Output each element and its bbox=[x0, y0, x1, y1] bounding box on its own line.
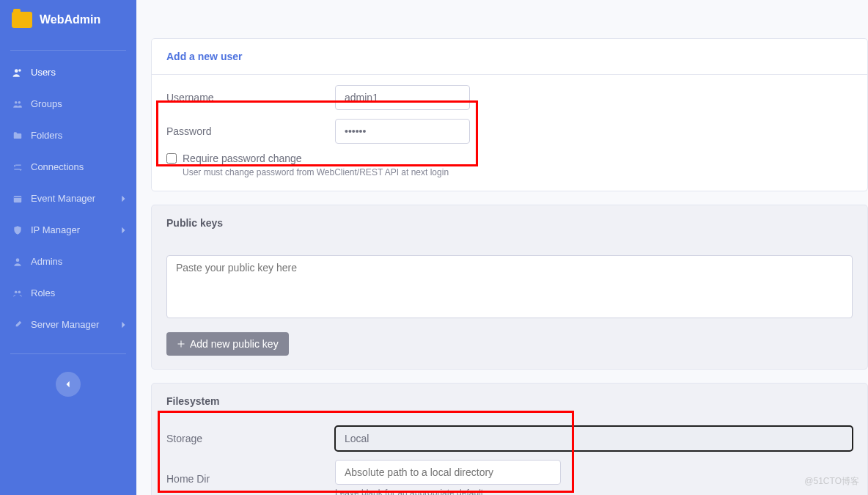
require-password-change[interactable]: Require password change bbox=[166, 153, 853, 164]
divider bbox=[10, 353, 126, 354]
chevron-right-icon bbox=[120, 227, 126, 234]
sidebar-item-label: Users bbox=[31, 67, 56, 78]
sidebar-item-label: Server Manager bbox=[31, 319, 99, 330]
chevron-left-icon bbox=[65, 381, 72, 388]
sidebar-item-label: Connections bbox=[31, 161, 84, 172]
require-password-change-help: User must change password from WebClient… bbox=[183, 167, 853, 177]
groups-icon bbox=[10, 99, 25, 109]
sidebar-item-folders[interactable]: Folders bbox=[0, 120, 136, 151]
sidebar-item-label: IP Manager bbox=[31, 224, 80, 235]
password-label: Password bbox=[166, 125, 320, 137]
add-public-key-label: Add new public key bbox=[190, 338, 279, 350]
chevron-right-icon bbox=[120, 195, 126, 202]
add-public-key-button[interactable]: Add new public key bbox=[166, 332, 289, 356]
sidebar-item-ip-manager[interactable]: IP Manager bbox=[0, 214, 136, 246]
public-keys-panel: Public keys Add new public key bbox=[151, 205, 868, 370]
tools-icon bbox=[10, 320, 25, 330]
sidebar-item-groups[interactable]: Groups bbox=[0, 88, 136, 120]
sidebar-item-label: Event Manager bbox=[31, 193, 95, 204]
storage-label: Storage bbox=[166, 433, 320, 444]
shield-icon bbox=[10, 225, 25, 235]
filesystem-header: Filesystem bbox=[152, 384, 867, 419]
username-input[interactable] bbox=[335, 85, 470, 110]
sidebar-item-admins[interactable]: Admins bbox=[0, 246, 136, 277]
divider bbox=[10, 50, 126, 51]
sidebar-item-users[interactable]: Users bbox=[0, 56, 136, 88]
sidebar-item-roles[interactable]: Roles bbox=[0, 277, 136, 309]
brand-title: WebAdmin bbox=[40, 13, 100, 26]
sidebar: WebAdmin Users Groups Folders bbox=[0, 0, 136, 495]
sidebar-nav: Users Groups Folders Connections bbox=[0, 56, 136, 348]
storage-row: Storage Local bbox=[166, 426, 853, 451]
public-key-textarea[interactable] bbox=[166, 255, 853, 318]
sidebar-collapse-button[interactable] bbox=[56, 372, 81, 397]
admin-icon bbox=[10, 257, 25, 267]
svg-rect-4 bbox=[14, 195, 22, 202]
svg-point-7 bbox=[18, 290, 21, 293]
plus-icon bbox=[177, 340, 185, 348]
main-content: Add a new user Username Password bbox=[136, 0, 868, 495]
svg-point-3 bbox=[18, 100, 21, 103]
sidebar-item-event-manager[interactable]: Event Manager bbox=[0, 183, 136, 214]
public-keys-header: Public keys bbox=[152, 205, 867, 241]
filesystem-panel: Filesystem Storage Local Home Dir Leave … bbox=[151, 383, 868, 495]
svg-point-2 bbox=[15, 100, 18, 103]
svg-point-5 bbox=[16, 258, 20, 262]
require-password-change-row: Require password change User must change… bbox=[166, 153, 853, 177]
storage-select[interactable]: Local bbox=[335, 426, 853, 451]
password-input[interactable] bbox=[335, 119, 470, 144]
homedir-row: Home Dir Leave blank for an appropriate … bbox=[166, 460, 853, 495]
require-password-change-label: Require password change bbox=[183, 153, 302, 164]
svg-point-1 bbox=[18, 69, 21, 72]
homedir-label: Home Dir bbox=[166, 473, 320, 485]
sidebar-item-connections[interactable]: Connections bbox=[0, 151, 136, 183]
calendar-icon bbox=[10, 194, 25, 204]
chevron-right-icon bbox=[120, 321, 126, 329]
sidebar-item-label: Roles bbox=[31, 287, 55, 298]
sidebar-item-server-manager[interactable]: Server Manager bbox=[0, 309, 136, 340]
username-row: Username bbox=[166, 85, 853, 110]
svg-point-6 bbox=[15, 290, 18, 293]
homedir-help: Leave blank for an appropriate default bbox=[335, 488, 561, 495]
connections-icon bbox=[10, 162, 25, 172]
username-label: Username bbox=[166, 92, 320, 103]
homedir-input[interactable] bbox=[335, 460, 561, 485]
add-user-card: Add a new user Username Password bbox=[151, 38, 868, 191]
require-password-change-checkbox[interactable] bbox=[166, 153, 177, 164]
sidebar-item-label: Folders bbox=[31, 130, 62, 141]
sidebar-item-label: Admins bbox=[31, 256, 62, 267]
sidebar-item-label: Groups bbox=[31, 98, 62, 109]
watermark: @51CTO博客 bbox=[804, 475, 859, 488]
password-row: Password bbox=[166, 119, 853, 144]
page-title: Add a new user bbox=[152, 39, 867, 75]
users-icon bbox=[10, 67, 25, 78]
svg-point-0 bbox=[15, 69, 18, 73]
folder-icon bbox=[10, 131, 25, 141]
logo-icon bbox=[12, 12, 32, 28]
roles-icon bbox=[10, 288, 25, 298]
brand[interactable]: WebAdmin bbox=[0, 0, 136, 44]
